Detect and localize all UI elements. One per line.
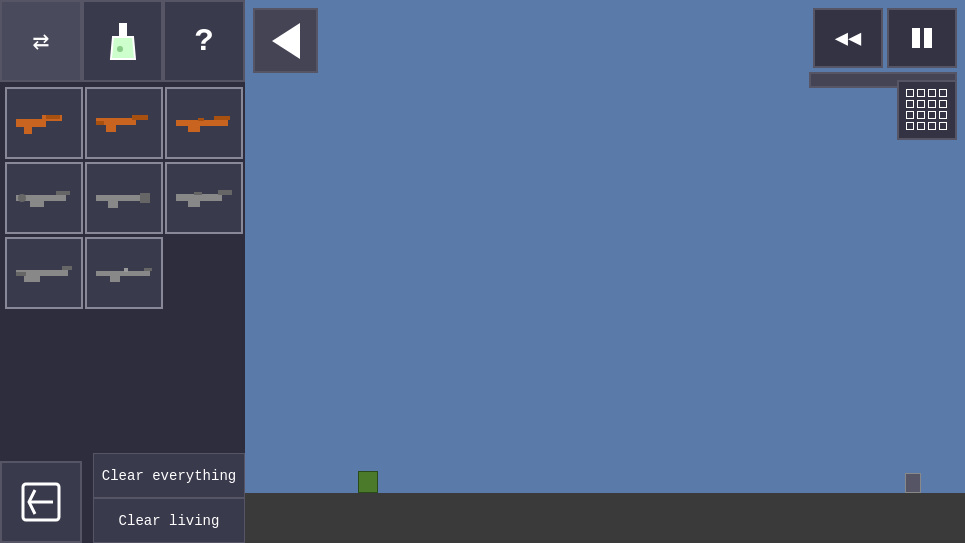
weapon-slot-3[interactable] <box>165 87 243 159</box>
svg-rect-12 <box>214 116 230 120</box>
svg-rect-17 <box>30 201 44 207</box>
svg-rect-13 <box>188 126 200 132</box>
weapon-slot-1[interactable] <box>5 87 83 159</box>
pause-icon <box>908 24 936 52</box>
svg-rect-32 <box>144 268 152 271</box>
back-button[interactable] <box>253 8 318 73</box>
flask-button[interactable] <box>82 0 164 82</box>
grid-toggle-button[interactable] <box>897 80 957 140</box>
svg-rect-5 <box>24 127 32 134</box>
svg-rect-0 <box>119 23 127 37</box>
exit-icon <box>21 482 61 522</box>
svg-rect-8 <box>132 115 148 120</box>
weapon-slot-5[interactable] <box>85 162 163 234</box>
weapon-slot-6[interactable] <box>165 162 243 234</box>
player-character <box>358 471 378 493</box>
svg-rect-38 <box>924 28 932 48</box>
mg-icon <box>14 186 74 210</box>
svg-rect-19 <box>96 195 144 201</box>
svg-rect-14 <box>198 118 204 121</box>
help-icon: ? <box>195 23 214 60</box>
svg-rect-28 <box>62 266 72 270</box>
sidebar: ⇄ ? <box>0 0 245 543</box>
top-toolbar: ⇄ ? <box>0 0 245 82</box>
svg-rect-16 <box>56 191 70 195</box>
grid-icon <box>906 89 948 131</box>
sniper-icon <box>94 261 154 285</box>
svg-rect-34 <box>124 268 128 272</box>
exit-button[interactable] <box>0 461 82 543</box>
main-play-area: ◀◀ <box>245 0 965 543</box>
smg-icon <box>94 111 154 135</box>
svg-rect-22 <box>108 201 118 208</box>
svg-rect-23 <box>176 194 222 201</box>
svg-rect-29 <box>24 276 40 282</box>
right-edge-character <box>905 473 921 493</box>
svg-rect-24 <box>218 190 232 195</box>
rifle-icon <box>174 111 234 135</box>
pause-button[interactable] <box>887 8 957 68</box>
svg-rect-21 <box>140 198 150 203</box>
rewind-button[interactable]: ◀◀ <box>813 8 883 68</box>
lmg-icon <box>14 261 74 285</box>
svg-rect-37 <box>912 28 920 48</box>
svg-rect-31 <box>96 271 150 276</box>
assault-icon <box>174 186 234 210</box>
svg-rect-20 <box>140 193 150 198</box>
svg-point-2 <box>117 46 123 52</box>
back-arrow-icon <box>272 23 300 59</box>
weapon-slot-2[interactable] <box>85 87 163 159</box>
pistol-icon <box>14 111 74 135</box>
weapon-slot-8[interactable] <box>85 237 163 309</box>
weapon-slot-7[interactable] <box>5 237 83 309</box>
clear-everything-button[interactable]: Clear everything <box>93 453 245 498</box>
svg-marker-1 <box>111 37 135 59</box>
svg-rect-25 <box>188 201 200 207</box>
ground <box>245 493 965 543</box>
svg-rect-6 <box>46 115 60 119</box>
svg-rect-33 <box>110 276 120 282</box>
playback-controls: ◀◀ <box>809 8 957 88</box>
svg-rect-3 <box>16 119 46 127</box>
svg-rect-9 <box>106 125 116 132</box>
swap-button[interactable]: ⇄ <box>0 0 82 82</box>
swap-icon: ⇄ <box>32 24 49 58</box>
svg-rect-30 <box>16 272 26 276</box>
help-button[interactable]: ? <box>163 0 245 82</box>
clear-living-button[interactable]: Clear living <box>93 498 245 543</box>
svg-rect-26 <box>194 192 202 195</box>
bottom-area: Clear everything Clear living <box>0 443 245 543</box>
shotgun-icon <box>94 186 154 210</box>
svg-rect-10 <box>96 121 104 125</box>
flask-icon <box>105 21 141 61</box>
rewind-icon: ◀◀ <box>835 25 862 52</box>
svg-point-18 <box>18 194 26 202</box>
weapon-slot-4[interactable] <box>5 162 83 234</box>
